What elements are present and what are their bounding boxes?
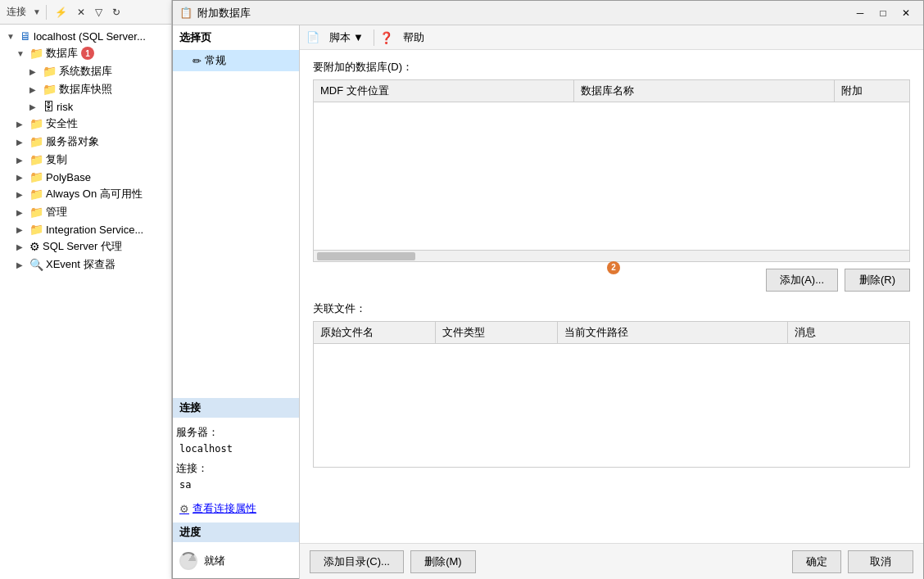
sqlagent-icon: ⚙: [29, 240, 40, 253]
tree-risk-label: risk: [57, 101, 73, 113]
connection-header: 连接: [173, 398, 299, 418]
refresh-icon[interactable]: ↻: [109, 5, 124, 20]
expander-polybase[interactable]: ▶: [16, 173, 29, 182]
cancel-button[interactable]: 取消: [848, 550, 913, 573]
tree-item-risk[interactable]: ▶ 🗄 risk: [0, 98, 171, 115]
tree-db-label: 数据库: [46, 46, 78, 61]
dialog-title-icon: 📋: [179, 7, 192, 19]
connect-btn[interactable]: 连接: [3, 3, 29, 20]
tree-integration-label: Integration Service...: [46, 224, 143, 236]
expander-management[interactable]: ▶: [16, 208, 29, 217]
connection-info: 服务器： localhost 连接： sa: [173, 424, 299, 493]
dialog-left-nav: 选择页 ✏ 常规 连接 服务器： localhost 连接： sa ⚙ 查看连接…: [173, 25, 300, 579]
script-button[interactable]: 脚本 ▼: [324, 29, 369, 47]
help-icon: ❓: [379, 31, 393, 44]
tree-xevent-label: XEvent 探查器: [46, 257, 116, 272]
col-mdf-path: MDF 文件位置: [314, 80, 574, 102]
server-value: localhost: [176, 441, 296, 457]
tree-security-label: 安全性: [46, 116, 78, 131]
remove-related-button[interactable]: 删除(M): [410, 550, 476, 573]
expander-serverobj[interactable]: ▶: [16, 138, 29, 147]
script-dropdown-arrow[interactable]: ▼: [353, 31, 364, 43]
tree-snapshot-label: 数据库快照: [59, 82, 112, 97]
add-button[interactable]: 添加(A)...: [766, 269, 838, 292]
tree-item-sysdb[interactable]: ▶ 📁 系统数据库: [0, 62, 171, 80]
related-files-label: 关联文件：: [313, 301, 910, 316]
ok-button[interactable]: 确定: [792, 550, 841, 573]
tree-item-xevent[interactable]: ▶ 🔍 XEvent 探查器: [0, 256, 171, 274]
attach-db-dialog: 📋 附加数据库 ─ □ ✕ 选择页 ✏ 常规 连接 服务器： localhost: [172, 0, 924, 579]
management-icon: 📁: [29, 206, 43, 219]
scrollbar-thumb[interactable]: [317, 252, 415, 260]
expander-sqlagent[interactable]: ▶: [16, 242, 29, 251]
help-button[interactable]: 帮助: [398, 29, 429, 47]
tree-item-root[interactable]: ▼ 🖥 localhost (SQL Server...: [0, 28, 171, 44]
expander-risk[interactable]: ▶: [29, 102, 43, 111]
tree-item-replication[interactable]: ▶ 📁 复制: [0, 151, 171, 169]
server-icon: 🖥: [20, 29, 31, 43]
expander-snapshot[interactable]: ▶: [29, 85, 43, 94]
progress-status: 就绪: [204, 554, 225, 568]
expander-replication[interactable]: ▶: [16, 156, 29, 165]
db-badge: 1: [81, 47, 94, 60]
dialog-titlebar: 📋 附加数据库 ─ □ ✕: [173, 1, 923, 25]
expander-integration[interactable]: ▶: [16, 225, 29, 234]
expander-security[interactable]: ▶: [16, 120, 29, 129]
view-connection-props-link[interactable]: ⚙ 查看连接属性: [173, 498, 299, 522]
tree-item-snapshot[interactable]: ▶ 📁 数据库快照: [0, 80, 171, 98]
tree-item-alwayson[interactable]: ▶ 📁 Always On 高可用性: [0, 185, 171, 203]
toolbar-arrow[interactable]: ▼: [33, 7, 41, 16]
filter-icon[interactable]: ▽: [92, 5, 106, 20]
tree-item-management[interactable]: ▶ 📁 管理: [0, 203, 171, 221]
divider1: [46, 5, 47, 20]
link-label: 查看连接属性: [192, 501, 256, 516]
conn-label: 连接：: [176, 460, 296, 477]
serverobj-icon: 📁: [29, 135, 43, 148]
snapshot-icon: 📁: [43, 83, 57, 96]
attach-db-table-body: [314, 102, 909, 250]
disconnect-icon[interactable]: ✕: [74, 5, 88, 20]
horizontal-scrollbar[interactable]: [314, 250, 909, 261]
tree-item-databases[interactable]: ▼ 📁 数据库 1: [0, 44, 171, 62]
toolbar: 连接 ▼ ⚡ ✕ ▽ ↻: [0, 0, 171, 25]
add-dir-button[interactable]: 添加目录(C)...: [310, 550, 404, 573]
tree-polybase-label: PolyBase: [46, 171, 91, 183]
buttons-container: 添加(A)... 删除(R) 2: [313, 269, 910, 292]
col-message: 消息: [788, 322, 909, 343]
tree-item-security[interactable]: ▶ 📁 安全性: [0, 115, 171, 133]
tree-sqlagent-label: SQL Server 代理: [43, 239, 122, 254]
expander-alwayson[interactable]: ▶: [16, 190, 29, 199]
risk-db-icon: 🗄: [43, 100, 54, 113]
plug-icon[interactable]: ⚡: [52, 5, 70, 20]
toolbar-divider: [374, 29, 374, 46]
nav-header: 选择页: [173, 25, 299, 50]
tree-item-sqlagent[interactable]: ▶ ⚙ SQL Server 代理: [0, 237, 171, 256]
content-inner: 要附加的数据库(D)： MDF 文件位置 数据库名称 附加: [300, 50, 923, 543]
spacer: [482, 550, 786, 573]
conn-value: sa: [176, 477, 296, 493]
expander-db[interactable]: ▼: [16, 49, 29, 58]
related-files-table: 原始文件名 文件类型 当前文件路径 消息: [313, 321, 910, 468]
db-folder-icon: 📁: [29, 47, 43, 60]
maximize-button[interactable]: □: [872, 4, 894, 22]
integration-icon: 📁: [29, 223, 43, 236]
tree-item-integration[interactable]: ▶ 📁 Integration Service...: [0, 221, 171, 237]
title-controls: ─ □ ✕: [849, 4, 917, 22]
dialog-body: 选择页 ✏ 常规 连接 服务器： localhost 连接： sa ⚙ 查看连接…: [173, 25, 923, 579]
script-label: 脚本: [329, 30, 351, 45]
remove-button[interactable]: 删除(R): [845, 269, 910, 292]
dialog-title: 📋 附加数据库: [179, 6, 251, 20]
tree-item-polybase[interactable]: ▶ 📁 PolyBase: [0, 169, 171, 185]
attach-db-table: MDF 文件位置 数据库名称 附加: [313, 79, 910, 262]
tree-item-serverobj[interactable]: ▶ 📁 服务器对象: [0, 133, 171, 151]
polybase-icon: 📁: [29, 170, 43, 183]
expander-root[interactable]: ▼: [7, 32, 20, 41]
expander-sysdb[interactable]: ▶: [29, 67, 43, 76]
nav-item-general[interactable]: ✏ 常规: [173, 50, 299, 71]
nav-spacer: [173, 71, 299, 398]
expander-xevent[interactable]: ▶: [16, 260, 29, 269]
minimize-button[interactable]: ─: [849, 4, 871, 22]
server-label: 服务器：: [176, 424, 296, 441]
col-attach: 附加: [835, 80, 909, 102]
close-button[interactable]: ✕: [895, 4, 917, 22]
